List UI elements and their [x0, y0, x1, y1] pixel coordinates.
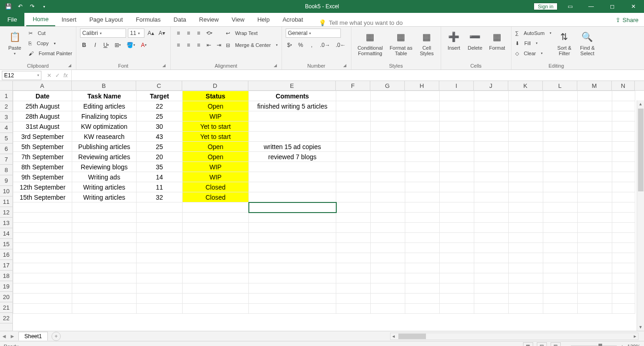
cell[interactable]: [578, 273, 612, 283]
cell[interactable]: [336, 213, 371, 223]
cell[interactable]: [474, 304, 509, 314]
copy-button[interactable]: ⎘ Copy ▾: [29, 39, 72, 48]
cell[interactable]: [336, 253, 371, 263]
column-header[interactable]: K: [508, 81, 543, 91]
row-header[interactable]: 2: [0, 101, 12, 112]
cell[interactable]: [405, 202, 440, 213]
cell[interactable]: 25: [137, 142, 183, 152]
cell[interactable]: 11: [137, 182, 183, 192]
cell[interactable]: [249, 233, 336, 243]
cell[interactable]: [336, 132, 371, 142]
cell[interactable]: 5th September: [13, 142, 72, 152]
tab-data[interactable]: Data: [167, 12, 192, 26]
cell[interactable]: [137, 202, 183, 213]
cell[interactable]: [72, 213, 137, 223]
cell[interactable]: [509, 233, 543, 243]
cell[interactable]: [474, 253, 509, 263]
cell[interactable]: [371, 304, 405, 314]
cell[interactable]: [405, 132, 440, 142]
vertical-scrollbar[interactable]: ▲ ▼: [637, 100, 644, 331]
cell[interactable]: [183, 263, 249, 273]
row-header[interactable]: 10: [0, 186, 12, 196]
cell[interactable]: Closed: [183, 182, 249, 192]
cell[interactable]: [249, 283, 336, 294]
cell[interactable]: [137, 273, 183, 283]
scroll-left-icon[interactable]: ◄: [391, 334, 397, 339]
cell[interactable]: [405, 273, 440, 283]
cell[interactable]: Open: [183, 101, 249, 111]
column-header[interactable]: M: [577, 81, 612, 91]
cell[interactable]: [371, 152, 405, 162]
cell[interactable]: [612, 101, 635, 111]
cell[interactable]: [509, 243, 543, 253]
cell[interactable]: Reviewing blogs: [72, 162, 137, 172]
cell[interactable]: [336, 273, 371, 283]
cell[interactable]: [440, 142, 474, 152]
sheet-nav-next-icon[interactable]: ►: [8, 333, 17, 340]
cell[interactable]: [543, 101, 578, 111]
cell[interactable]: [543, 233, 578, 243]
cell[interactable]: [336, 192, 371, 202]
tab-review[interactable]: Review: [193, 12, 225, 26]
cell[interactable]: [509, 304, 543, 314]
cell[interactable]: [183, 213, 249, 223]
cell[interactable]: [371, 162, 405, 172]
align-left-icon[interactable]: ≡: [174, 41, 183, 49]
cell[interactable]: [440, 162, 474, 172]
cell[interactable]: [543, 253, 578, 263]
cell[interactable]: 12th September: [13, 182, 72, 192]
cell[interactable]: [137, 253, 183, 263]
zoom-out-button[interactable]: −: [564, 344, 567, 346]
cell[interactable]: [183, 283, 249, 294]
fx-icon[interactable]: fx: [63, 72, 68, 79]
cell[interactable]: [72, 223, 137, 233]
cell[interactable]: [72, 294, 137, 304]
dialog-launcher-icon[interactable]: ◢: [68, 63, 71, 68]
cell[interactable]: [612, 142, 635, 152]
zoom-value[interactable]: 130%: [627, 344, 640, 346]
row-header[interactable]: 20: [0, 292, 12, 302]
cell[interactable]: [440, 91, 474, 101]
column-header[interactable]: G: [370, 81, 405, 91]
cell[interactable]: [13, 213, 72, 223]
increase-decimal-icon[interactable]: .0→: [319, 41, 332, 49]
cell[interactable]: [509, 162, 543, 172]
cell[interactable]: [249, 182, 336, 192]
wrap-text-button[interactable]: ↩ Wrap Text: [226, 29, 278, 38]
align-right-icon[interactable]: ≡: [195, 41, 203, 49]
cell[interactable]: [440, 263, 474, 273]
cell[interactable]: Publishing articles: [72, 142, 137, 152]
cell[interactable]: [509, 223, 543, 233]
cell[interactable]: [612, 283, 635, 294]
cell[interactable]: [440, 304, 474, 314]
cell[interactable]: [612, 263, 635, 273]
cell[interactable]: KW reasearch: [72, 132, 137, 142]
cell[interactable]: [336, 202, 371, 213]
cell[interactable]: [612, 223, 635, 233]
cell[interactable]: [509, 283, 543, 294]
cell[interactable]: Finalizing topics: [72, 111, 137, 121]
cell[interactable]: Status: [183, 91, 249, 101]
column-header[interactable]: E: [248, 81, 336, 91]
tab-formulas[interactable]: Formulas: [129, 12, 167, 26]
column-header[interactable]: H: [405, 81, 439, 91]
cell[interactable]: [183, 243, 249, 253]
cell[interactable]: [474, 233, 509, 243]
cell[interactable]: [336, 233, 371, 243]
cell[interactable]: [509, 253, 543, 263]
cell[interactable]: [405, 283, 440, 294]
cell[interactable]: [578, 172, 612, 182]
cell[interactable]: [612, 213, 635, 223]
zoom-in-button[interactable]: +: [621, 344, 623, 346]
cell[interactable]: [13, 263, 72, 273]
cell[interactable]: [440, 243, 474, 253]
cell[interactable]: [440, 213, 474, 223]
decrease-indent-icon[interactable]: ⇤: [205, 41, 213, 49]
cell[interactable]: [509, 273, 543, 283]
cell[interactable]: [509, 142, 543, 152]
row-header[interactable]: 16: [0, 249, 12, 260]
cell[interactable]: [249, 132, 336, 142]
cell[interactable]: [336, 182, 371, 192]
cell[interactable]: [183, 202, 249, 213]
insert-cells-button[interactable]: ➕Insert: [445, 29, 463, 51]
